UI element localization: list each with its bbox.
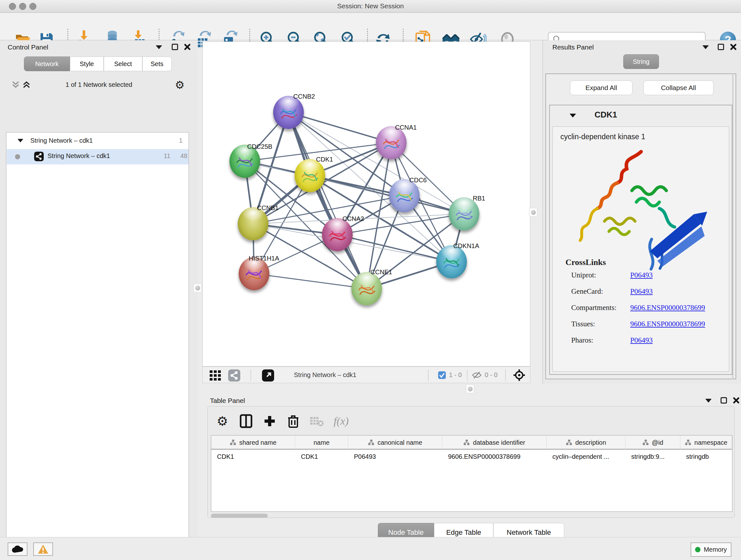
string-network-icon bbox=[34, 152, 44, 161]
string-results-card: Expand All Collapse All CDK1 cyclin-depe… bbox=[545, 73, 736, 379]
protein-ribbon-icon bbox=[395, 187, 414, 206]
table-hscrollbar-thumb[interactable] bbox=[211, 514, 268, 518]
protein-ribbon-icon bbox=[442, 253, 461, 272]
table-cell[interactable]: stringdb bbox=[680, 450, 732, 463]
node-table[interactable]: shared namenamecanonical namedatabase id… bbox=[211, 435, 732, 512]
tab-style[interactable]: Style bbox=[70, 57, 104, 71]
node-CCNE1[interactable] bbox=[351, 272, 382, 305]
crosslink-link[interactable]: 9606.ENSP00000378699 bbox=[630, 320, 705, 328]
crosslink-link[interactable]: P06493 bbox=[630, 287, 653, 296]
node-CCNA1[interactable] bbox=[376, 126, 407, 159]
edge-HIST1H1A-CCNE1[interactable] bbox=[254, 273, 367, 289]
table-cell[interactable]: P06493 bbox=[348, 450, 442, 463]
table-gear-icon[interactable]: ⚙ bbox=[213, 412, 231, 430]
panel-close-icon[interactable] bbox=[184, 44, 191, 51]
table-cell[interactable]: CDK1 bbox=[211, 450, 295, 463]
edge-CCNB2-CCNA1[interactable] bbox=[288, 112, 391, 143]
edge-CCNB2-CCNE1[interactable] bbox=[288, 112, 367, 289]
node-HIST1H1A[interactable] bbox=[239, 257, 269, 290]
crosslink-label: Compartments: bbox=[571, 304, 616, 312]
column-header-namespace[interactable]: namespace bbox=[680, 435, 732, 449]
delete-column-icon[interactable] bbox=[284, 412, 302, 430]
network-list: String Network – cdk1 1 String Network –… bbox=[6, 132, 189, 560]
cloud-status-button[interactable] bbox=[8, 543, 27, 556]
collection-label: String Network – cdk1 bbox=[30, 137, 93, 144]
panel-close-icon[interactable] bbox=[733, 397, 740, 404]
tab-select[interactable]: Select bbox=[104, 57, 142, 71]
show-columns-icon[interactable] bbox=[237, 412, 255, 430]
column-header-sharedname[interactable]: shared name bbox=[211, 435, 295, 449]
panel-float-icon[interactable] bbox=[721, 397, 727, 403]
protein-detail-card: cyclin-dependent kinase 1 bbox=[552, 126, 729, 372]
network-row-selected[interactable]: String Network – cdk1 11 48 bbox=[7, 149, 189, 165]
panel-menu-icon[interactable] bbox=[156, 45, 162, 49]
table-cell[interactable]: 9606.ENSP00000378699 bbox=[442, 450, 547, 463]
table-cell[interactable]: CDK1 bbox=[295, 450, 348, 463]
grid-view-icon[interactable] bbox=[210, 370, 224, 381]
titlebar: Session: New Session bbox=[0, 0, 741, 13]
node-CDC6[interactable] bbox=[389, 179, 420, 212]
results-panel: Results Panel String Expand All Collapse… bbox=[542, 40, 741, 384]
column-header-id[interactable]: @id bbox=[625, 435, 680, 449]
open-in-window-icon[interactable] bbox=[262, 369, 274, 381]
edge-CDK1-RB1[interactable] bbox=[310, 176, 464, 214]
protein-collapse-icon[interactable] bbox=[569, 114, 576, 118]
expand-all-button[interactable]: Expand All bbox=[570, 80, 632, 95]
left-splitter-handle[interactable] bbox=[193, 284, 202, 293]
birds-eye-view-icon[interactable] bbox=[513, 369, 526, 381]
hidden-eye-icon[interactable] bbox=[472, 371, 482, 379]
network-view-toolbar: String Network – cdk1 1 - 0 0 - 0 bbox=[202, 367, 530, 383]
string-badge-icon[interactable] bbox=[228, 369, 240, 381]
footer-separator bbox=[505, 369, 506, 381]
protein-ribbon-icon bbox=[300, 167, 319, 186]
selected-checkbox-icon[interactable] bbox=[438, 371, 446, 379]
horizontal-splitter[interactable] bbox=[202, 384, 741, 394]
node-RB1[interactable] bbox=[449, 197, 479, 231]
bottom-splitter-handle[interactable] bbox=[466, 384, 474, 393]
tab-network[interactable]: Network bbox=[24, 57, 70, 71]
attribute-tree-icon bbox=[566, 439, 572, 446]
network-selected-status: 1 of 1 Network selected bbox=[0, 81, 198, 88]
memory-button[interactable]: Memory bbox=[690, 543, 731, 557]
warning-status-button[interactable] bbox=[33, 543, 53, 556]
node-CCNB1[interactable] bbox=[238, 207, 268, 240]
results-scrollbar[interactable] bbox=[732, 73, 733, 379]
table-cell[interactable]: cyclin–dependent ... bbox=[547, 450, 625, 463]
node-CDK1[interactable] bbox=[294, 159, 325, 192]
node-CCNA2[interactable] bbox=[322, 218, 353, 251]
panel-float-icon[interactable] bbox=[718, 44, 724, 50]
node-label-CCNB1: CCNB1 bbox=[257, 204, 279, 212]
crosslink-link[interactable]: P06493 bbox=[630, 271, 653, 279]
collapse-all-button[interactable]: Collapse All bbox=[643, 80, 714, 95]
protein-ribbon-icon bbox=[382, 134, 401, 153]
network-options-gear-icon[interactable]: ⚙ bbox=[175, 78, 185, 91]
column-header-description[interactable]: description bbox=[547, 435, 625, 449]
table-cell[interactable]: stringdb:9... bbox=[625, 450, 680, 463]
column-header-name[interactable]: name bbox=[295, 435, 348, 449]
network-collection-row[interactable]: String Network – cdk1 1 bbox=[7, 134, 189, 149]
panel-close-icon[interactable] bbox=[730, 44, 737, 51]
node-label-CCNA2: CCNA2 bbox=[342, 215, 364, 223]
panel-menu-icon[interactable] bbox=[705, 399, 712, 402]
protein-name: CDK1 bbox=[595, 110, 617, 120]
control-panel: Control Panel Network Style Select Sets … bbox=[0, 40, 198, 537]
crosslink-link[interactable]: 9606.ENSP00000378699 bbox=[630, 304, 705, 312]
collection-expand-icon[interactable] bbox=[17, 139, 23, 142]
crosslink-link[interactable]: P06493 bbox=[630, 336, 653, 345]
crosslink-row: Compartments:9606.ENSP00000378699 bbox=[553, 304, 729, 320]
tab-sets[interactable]: Sets bbox=[142, 57, 172, 71]
add-column-icon[interactable] bbox=[261, 412, 279, 430]
memory-label: Memory bbox=[704, 546, 727, 553]
column-header-canonicalname[interactable]: canonical name bbox=[348, 435, 442, 449]
node-CDKN1A[interactable] bbox=[436, 245, 467, 278]
protein-section: CDK1 cyclin-dependent kinase 1 bbox=[549, 105, 732, 375]
node-CCNB2[interactable] bbox=[273, 96, 304, 129]
right-splitter-handle[interactable] bbox=[529, 208, 537, 217]
protein-ribbon-icon bbox=[235, 153, 254, 172]
panel-menu-icon[interactable] bbox=[702, 45, 709, 49]
tab-string[interactable]: String bbox=[623, 54, 659, 69]
panel-float-icon[interactable] bbox=[172, 44, 178, 50]
network-canvas[interactable]: CCNB2CCNA1CDC25BCDK1CDC6RB1CCNB1CCNA2CDK… bbox=[202, 42, 530, 367]
column-header-databaseidentifier[interactable]: database identifier bbox=[442, 435, 547, 449]
attribute-tree-icon bbox=[643, 439, 649, 446]
